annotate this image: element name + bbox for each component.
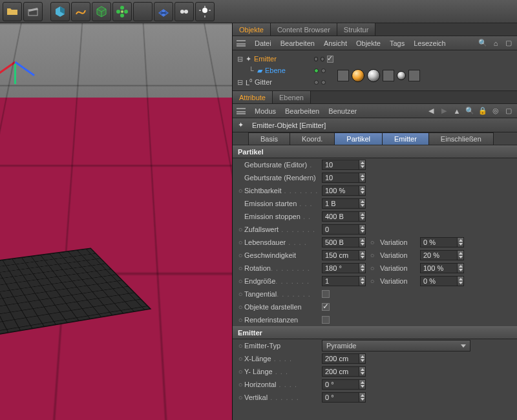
search-icon[interactable]: 🔍 [478, 39, 487, 48]
menu-bearbeiten[interactable]: Bearbeiten [285, 107, 319, 115]
menu-objekte[interactable]: Objekte [356, 39, 381, 47]
menu-benutzer[interactable]: Benutzer [328, 107, 357, 115]
spinner[interactable] [359, 263, 366, 273]
subtab-koord[interactable]: Koord. [290, 132, 335, 145]
tab-attribute[interactable]: Attribute [233, 91, 273, 103]
tool-spline-icon[interactable] [71, 2, 90, 21]
input-y-laenge[interactable] [322, 366, 359, 377]
tab-ebenen[interactable]: Ebenen [273, 91, 311, 103]
visibility-dot[interactable] [314, 57, 318, 61]
input-endgroesse-var[interactable] [420, 276, 458, 286]
tree-row-ebene[interactable]: └ ▰ Ebene [237, 65, 314, 76]
settings-icon[interactable]: ◎ [491, 107, 500, 116]
viewport-3d[interactable] [0, 23, 233, 420]
tool-light-icon[interactable] [195, 2, 215, 21]
tree-row-gitter[interactable]: ⊟ L0 Gitter [237, 76, 314, 88]
input-rotation-var[interactable] [420, 263, 458, 273]
tab-struktur[interactable]: Struktur [337, 23, 376, 36]
input-geschwindigkeit[interactable] [322, 250, 359, 260]
subtab-einschliessen[interactable]: Einschließen [428, 132, 494, 145]
expand-icon[interactable]: ⊟ [237, 78, 243, 87]
input-x-laenge[interactable] [322, 353, 359, 364]
input-endgroesse[interactable] [322, 276, 359, 286]
input-lebensdauer[interactable] [322, 237, 359, 247]
menu-modus[interactable]: Modus [255, 107, 276, 115]
tag-icon[interactable] [408, 70, 420, 81]
checkbox-renderinstanzen[interactable] [322, 316, 330, 324]
tool-deformer-icon[interactable] [133, 2, 153, 21]
tool-flower-icon[interactable] [112, 2, 132, 21]
tag-icon[interactable] [337, 70, 349, 81]
burger-icon[interactable] [237, 40, 246, 47]
tool-cube-icon[interactable] [50, 2, 70, 21]
tree-row-emitter[interactable]: ⊟ ✦ Emitter [237, 53, 314, 65]
spinner[interactable] [359, 224, 366, 235]
popout-icon[interactable]: ▢ [504, 39, 513, 48]
spinner[interactable] [359, 211, 366, 222]
subtab-emitter[interactable]: Emitter [382, 132, 429, 145]
input-emission-starten[interactable] [322, 198, 359, 209]
nav-up-icon[interactable]: ▲ [452, 107, 461, 116]
material-ball-icon[interactable] [397, 71, 406, 80]
tool-folder-icon[interactable] [3, 2, 22, 21]
subtab-basis[interactable]: Basis [248, 132, 290, 145]
render-dot[interactable] [321, 68, 326, 73]
spinner[interactable] [359, 276, 366, 286]
expand-icon[interactable]: ⊟ [237, 55, 243, 63]
tool-nurbs-icon[interactable] [92, 2, 111, 21]
tree-label-gitter[interactable]: Gitter [255, 78, 272, 86]
spinner[interactable] [359, 185, 366, 196]
checkbox-objekte-darstellen[interactable] [322, 303, 330, 311]
menu-lesezeichen[interactable]: Lesezeich [414, 39, 446, 47]
tool-clapper-icon[interactable] [23, 2, 43, 21]
spinner[interactable] [359, 237, 366, 247]
visibility-dot[interactable] [314, 68, 319, 73]
input-vertikal[interactable] [322, 392, 359, 403]
tab-content-browser[interactable]: Content Browser [271, 23, 337, 36]
spinner[interactable] [359, 392, 366, 403]
lock-icon[interactable]: 🔒 [478, 107, 487, 116]
tree-label-emitter[interactable]: Emitter [254, 55, 277, 63]
burger-icon[interactable] [237, 108, 246, 114]
input-zufallswert[interactable] [322, 224, 359, 235]
render-dot[interactable] [321, 80, 326, 85]
visibility-dot[interactable] [314, 80, 319, 85]
tool-floor-icon[interactable] [154, 2, 173, 21]
nav-fwd-icon[interactable]: ▶ [439, 107, 448, 116]
tag-icon[interactable] [383, 70, 394, 81]
popout-icon[interactable]: ▢ [504, 107, 513, 116]
tool-camera-icon[interactable] [174, 2, 194, 21]
material-ball-icon[interactable] [367, 69, 380, 82]
enable-checkbox[interactable] [327, 56, 333, 63]
spinner[interactable] [458, 250, 464, 260]
spinner[interactable] [458, 276, 464, 286]
checkbox-tangential[interactable] [322, 290, 330, 298]
spinner[interactable] [359, 366, 366, 377]
spinner[interactable] [359, 379, 366, 390]
home-icon[interactable]: ⌂ [491, 39, 500, 48]
spinner[interactable] [359, 160, 366, 170]
material-ball-icon[interactable] [352, 69, 364, 82]
render-dot[interactable] [321, 57, 324, 61]
spinner[interactable] [359, 173, 366, 183]
spinner[interactable] [359, 353, 366, 364]
spinner[interactable] [458, 237, 464, 247]
input-horizontal[interactable] [322, 379, 359, 390]
subtab-partikel[interactable]: Partikel [334, 132, 383, 145]
spinner[interactable] [359, 250, 366, 260]
dropdown-emitter-typ[interactable]: Pyramide [322, 340, 470, 352]
menu-bearbeiten[interactable]: Bearbeiten [280, 39, 315, 47]
spinner[interactable] [359, 198, 366, 209]
menu-datei[interactable]: Datei [255, 39, 271, 47]
input-emission-stoppen[interactable] [322, 211, 359, 222]
tab-objekte[interactable]: Objekte [233, 23, 271, 36]
input-geburtsrate-rendern[interactable] [322, 173, 359, 183]
spinner[interactable] [458, 263, 464, 273]
input-lebensdauer-var[interactable] [420, 237, 458, 247]
input-rotation[interactable] [322, 263, 359, 273]
menu-tags[interactable]: Tags [390, 39, 405, 47]
menu-ansicht[interactable]: Ansicht [324, 39, 347, 47]
input-geschwindigkeit-var[interactable] [420, 250, 458, 260]
tree-label-ebene[interactable]: Ebene [265, 67, 286, 74]
input-geburtsrate-editor[interactable] [322, 160, 359, 170]
